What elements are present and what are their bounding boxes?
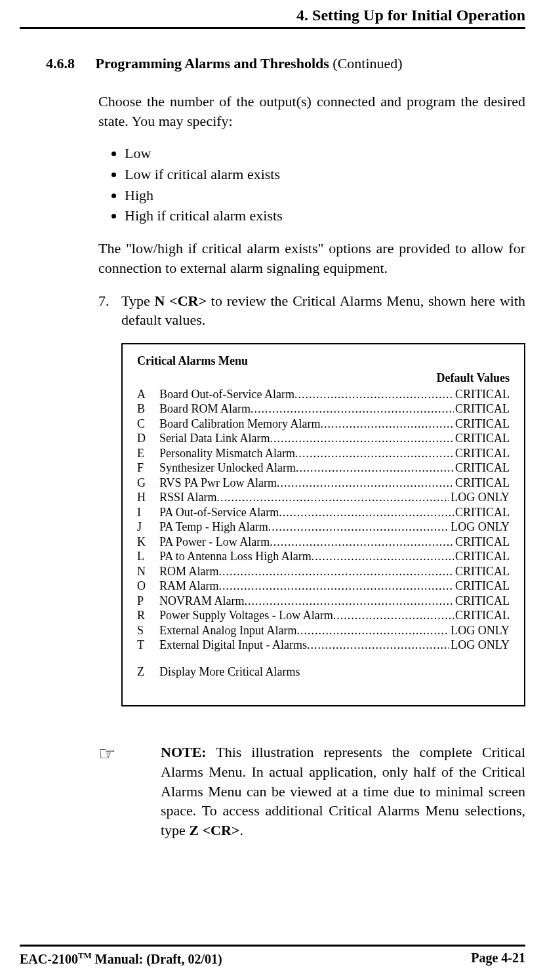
menu-row: PNOVRAM Alarm...........................… bbox=[137, 594, 510, 609]
menu-label: PA Power - Low Alarm bbox=[159, 535, 270, 550]
section-title: Programming Alarms and Thresholds bbox=[96, 55, 329, 71]
menu-dots: ........................................… bbox=[245, 594, 454, 609]
menu-row: ABoard Out-of-Service Alarm.............… bbox=[137, 387, 510, 402]
menu-label: PA Out-of-Service Alarm bbox=[159, 505, 279, 520]
menu-dots: ........................................… bbox=[296, 460, 454, 476]
section-continued: (Continued) bbox=[329, 55, 403, 71]
menu-label: External Analog Input Alarm bbox=[159, 623, 296, 638]
menu-dots: ........................................… bbox=[270, 535, 454, 550]
menu-key: K bbox=[137, 535, 159, 550]
menu-key: J bbox=[137, 520, 159, 535]
menu-label: Board Calibration Memory Alarm bbox=[159, 417, 320, 432]
list-item: Low if critical alarm exists bbox=[125, 165, 525, 184]
step-pre: Type bbox=[121, 293, 154, 309]
menu-key: I bbox=[137, 505, 159, 520]
footer-tm: TM bbox=[78, 950, 92, 960]
menu-key: Z bbox=[137, 664, 159, 680]
menu-value: CRITICAL bbox=[454, 431, 510, 446]
menu-dots: ........................................… bbox=[279, 505, 454, 520]
menu-value: LOG ONLY bbox=[449, 490, 510, 505]
menu-key: P bbox=[137, 594, 159, 609]
menu-dots: ........................................… bbox=[219, 564, 454, 579]
menu-key: D bbox=[137, 431, 159, 446]
step-item: 7. Type N <CR> to review the Critical Al… bbox=[98, 291, 525, 330]
menu-dots: ........................................… bbox=[312, 549, 454, 564]
footer-page-number: Page 4-21 bbox=[471, 950, 525, 967]
menu-key: O bbox=[137, 579, 159, 594]
menu-label: Board Out-of-Service Alarm bbox=[159, 387, 294, 402]
menu-value: LOG ONLY bbox=[449, 638, 510, 653]
menu-value: CRITICAL bbox=[454, 446, 510, 461]
menu-key: T bbox=[137, 638, 159, 653]
menu-default-header: Default Values bbox=[137, 371, 510, 386]
menu-row: JPA Temp - High Alarm...................… bbox=[137, 520, 510, 535]
menu-row: FSynthesizer Unlocked Alarm.............… bbox=[137, 460, 510, 476]
menu-label: Serial Data Link Alarm bbox=[159, 431, 270, 446]
menu-label: PA Temp - High Alarm bbox=[159, 520, 268, 535]
menu-row: HRSSI Alarm.............................… bbox=[137, 490, 510, 505]
section-heading: 4.6.8 Programming Alarms and Thresholds … bbox=[46, 55, 525, 72]
section-number: 4.6.8 bbox=[46, 55, 92, 72]
list-item: High if critical alarm exists bbox=[125, 206, 525, 226]
menu-label: RSSI Alarm bbox=[159, 490, 217, 505]
intro-paragraph: Choose the number of the output(s) conne… bbox=[98, 92, 525, 131]
note-block: ☞ NOTE: This illustration represents the… bbox=[98, 743, 525, 840]
menu-value: CRITICAL bbox=[454, 401, 510, 417]
menu-row-z: Z Display More Critical Alarms bbox=[137, 664, 510, 680]
page-footer: EAC-2100TM Manual: (Draft, 02/01) Page 4… bbox=[20, 945, 525, 967]
menu-row: KPA Power - Low Alarm...................… bbox=[137, 535, 510, 550]
menu-key: R bbox=[137, 608, 159, 623]
menu-row: IPA Out-of-Service Alarm................… bbox=[137, 505, 510, 520]
menu-label: NOVRAM Alarm bbox=[159, 594, 245, 609]
menu-key: L bbox=[137, 549, 159, 564]
menu-dots: ........................................… bbox=[217, 490, 450, 505]
menu-value: CRITICAL bbox=[454, 535, 510, 550]
menu-key: S bbox=[137, 623, 159, 638]
menu-key: F bbox=[137, 460, 159, 476]
menu-value: CRITICAL bbox=[454, 608, 510, 623]
note-body-post: . bbox=[239, 822, 243, 838]
menu-dots: ........................................… bbox=[320, 417, 454, 432]
menu-row: DSerial Data Link Alarm.................… bbox=[137, 431, 510, 446]
menu-dots: ........................................… bbox=[268, 520, 450, 535]
menu-dots: ........................................… bbox=[307, 638, 449, 653]
step-text: Type N <CR> to review the Critical Alarm… bbox=[121, 291, 525, 330]
menu-key: G bbox=[137, 476, 159, 491]
menu-value: CRITICAL bbox=[454, 460, 510, 476]
menu-label: Display More Critical Alarms bbox=[159, 664, 300, 680]
list-item: High bbox=[125, 186, 525, 205]
explanation-paragraph: The "low/high if critical alarm exists" … bbox=[98, 239, 525, 277]
step-number: 7. bbox=[98, 291, 121, 330]
menu-key: E bbox=[137, 446, 159, 461]
footer-manual: Manual: (Draft, 02/01) bbox=[92, 952, 222, 966]
menu-key: A bbox=[137, 387, 159, 402]
menu-key: H bbox=[137, 490, 159, 505]
menu-row: SExternal Analog Input Alarm............… bbox=[137, 623, 510, 638]
menu-label: Personality Mismatch Alarm bbox=[159, 446, 295, 461]
menu-dots: ........................................… bbox=[333, 608, 454, 623]
critical-alarms-menu-box: Critical Alarms Menu Default Values ABoa… bbox=[121, 343, 525, 707]
menu-row: BBoard ROM Alarm........................… bbox=[137, 401, 510, 417]
menu-key: C bbox=[137, 417, 159, 432]
menu-row: GRVS PA Pwr Low Alarm...................… bbox=[137, 476, 510, 491]
menu-label: RVS PA Pwr Low Alarm bbox=[159, 476, 277, 491]
menu-label: Board ROM Alarm bbox=[159, 401, 251, 417]
menu-row: TExternal Digital Input - Alarms........… bbox=[137, 638, 510, 653]
menu-value: CRITICAL bbox=[454, 505, 510, 520]
menu-key: B bbox=[137, 401, 159, 417]
menu-label: PA to Antenna Loss High Alarm bbox=[159, 549, 312, 564]
footer-product: EAC-2100 bbox=[20, 952, 78, 966]
menu-label: Synthesizer Unlocked Alarm bbox=[159, 460, 296, 476]
menu-value: CRITICAL bbox=[454, 579, 510, 594]
menu-value: LOG ONLY bbox=[449, 520, 510, 535]
menu-value: CRITICAL bbox=[454, 417, 510, 432]
menu-row: RPower Supply Voltages - Low Alarm......… bbox=[137, 608, 510, 623]
menu-row: EPersonality Mismatch Alarm.............… bbox=[137, 446, 510, 461]
menu-value: CRITICAL bbox=[454, 594, 510, 609]
footer-left: EAC-2100TM Manual: (Draft, 02/01) bbox=[20, 950, 222, 967]
menu-value: LOG ONLY bbox=[449, 623, 510, 638]
menu-dots: ........................................… bbox=[277, 476, 454, 491]
note-label: NOTE: bbox=[161, 744, 207, 760]
menu-value: CRITICAL bbox=[454, 387, 510, 402]
menu-dots: ........................................… bbox=[295, 446, 454, 461]
